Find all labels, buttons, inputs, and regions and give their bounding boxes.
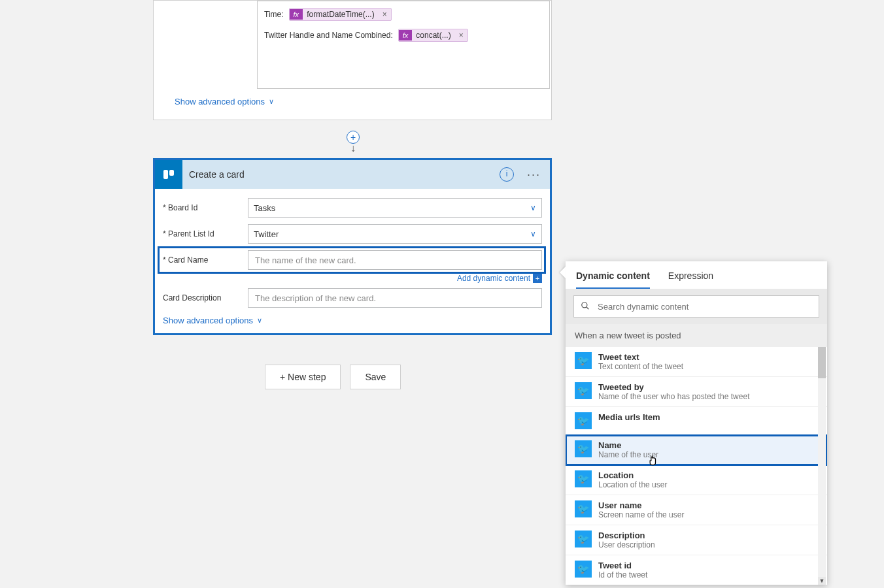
trello-icon — [155, 160, 182, 189]
dynamic-item-tweet-id[interactable]: 🐦 Tweet idId of the tweet — [566, 555, 827, 585]
twitter-icon: 🐦 — [575, 470, 592, 487]
more-menu-icon[interactable]: ··· — [524, 168, 543, 182]
twitter-icon: 🐦 — [575, 440, 592, 457]
tab-expression[interactable]: Expression — [668, 270, 713, 289]
dynamic-item-tweeted-by[interactable]: 🐦 Tweeted byName of the user who has pos… — [566, 377, 827, 407]
dynamic-items-list: 🐦 Tweet textText content of the tweet 🐦 … — [566, 347, 827, 585]
dynamic-item-tweet-text[interactable]: 🐦 Tweet textText content of the tweet — [566, 347, 827, 377]
svg-point-0 — [582, 302, 587, 307]
chevron-down-icon: ∨ — [257, 316, 262, 325]
show-advanced-options-link[interactable]: Show advanced options ∨ — [164, 89, 541, 106]
add-step-inline-button[interactable]: + — [347, 131, 360, 144]
twitter-icon: 🐦 — [575, 531, 592, 547]
scrollbar[interactable] — [818, 347, 826, 585]
twitter-icon: 🐦 — [575, 382, 592, 399]
card-name-input[interactable] — [248, 250, 542, 270]
chevron-down-icon: ∨ — [269, 97, 274, 106]
plus-icon: + — [533, 274, 542, 283]
fx-icon: fx — [399, 30, 413, 41]
format-datetime-chip[interactable]: fx formatDateTime(...) × — [289, 8, 392, 21]
action-header[interactable]: Create a card i ··· — [155, 160, 550, 189]
dynamic-item-description[interactable]: 🐦 DescriptionUser description — [566, 525, 827, 555]
parent-list-id-select[interactable]: Twitter ∨ — [248, 224, 542, 244]
scrollbar-thumb[interactable] — [818, 347, 826, 378]
dynamic-item-name[interactable]: 🐦 NameName of the user — [566, 435, 827, 465]
new-step-button[interactable]: + New step — [265, 365, 341, 389]
save-button[interactable]: Save — [350, 365, 401, 389]
twitter-icon: 🐦 — [575, 500, 592, 517]
previous-action-card: Time: fx formatDateTime(...) × Twitter H… — [153, 0, 552, 120]
board-id-label: * Board Id — [163, 203, 248, 212]
concat-chip[interactable]: fx concat(...) × — [398, 29, 468, 42]
expression-field-box[interactable]: Time: fx formatDateTime(...) × Twitter H… — [257, 1, 550, 89]
fx-icon: fx — [290, 9, 303, 20]
dynamic-section-header: When a new tweet is posted — [566, 324, 827, 347]
chevron-down-icon: ∨ — [530, 203, 536, 212]
dynamic-item-media-urls[interactable]: 🐦 Media urls Item — [566, 407, 827, 435]
add-dynamic-content-link[interactable]: Add dynamic content + — [163, 274, 542, 283]
parent-list-id-label: * Parent List Id — [163, 229, 248, 238]
create-a-card-action: Create a card i ··· * Board Id Tasks ∨ *… — [153, 158, 552, 335]
dynamic-item-user-name[interactable]: 🐦 User nameScreen name of the user — [566, 495, 827, 525]
tab-dynamic-content[interactable]: Dynamic content — [576, 270, 650, 289]
chevron-down-icon: ∨ — [530, 229, 536, 238]
combined-label: Twitter Handle and Name Combined: — [264, 31, 393, 40]
search-input[interactable] — [573, 295, 819, 318]
card-description-input[interactable] — [248, 288, 542, 308]
info-icon[interactable]: i — [500, 167, 514, 182]
card-description-label: Card Description — [163, 293, 248, 302]
chip-remove-icon[interactable]: × — [455, 29, 468, 41]
show-advanced-options-link[interactable]: Show advanced options ∨ — [163, 314, 542, 325]
search-icon — [581, 301, 590, 312]
arrow-down-icon: ↓ — [345, 143, 361, 154]
scroll-down-arrow-icon[interactable]: ▼ — [818, 577, 826, 585]
dynamic-item-location[interactable]: 🐦 LocationLocation of the user — [566, 465, 827, 495]
time-label: Time: — [264, 10, 284, 19]
popup-pointer — [560, 267, 566, 278]
twitter-icon: 🐦 — [575, 561, 592, 578]
dynamic-content-panel: Dynamic content Expression When a new tw… — [566, 261, 827, 585]
board-id-select[interactable]: Tasks ∨ — [248, 198, 542, 218]
twitter-icon: 🐦 — [575, 412, 592, 429]
flow-connector: + ↓ — [345, 131, 361, 154]
svg-line-1 — [586, 306, 589, 309]
twitter-icon: 🐦 — [575, 352, 592, 369]
action-title: Create a card — [189, 169, 493, 180]
chip-remove-icon[interactable]: × — [379, 8, 391, 20]
